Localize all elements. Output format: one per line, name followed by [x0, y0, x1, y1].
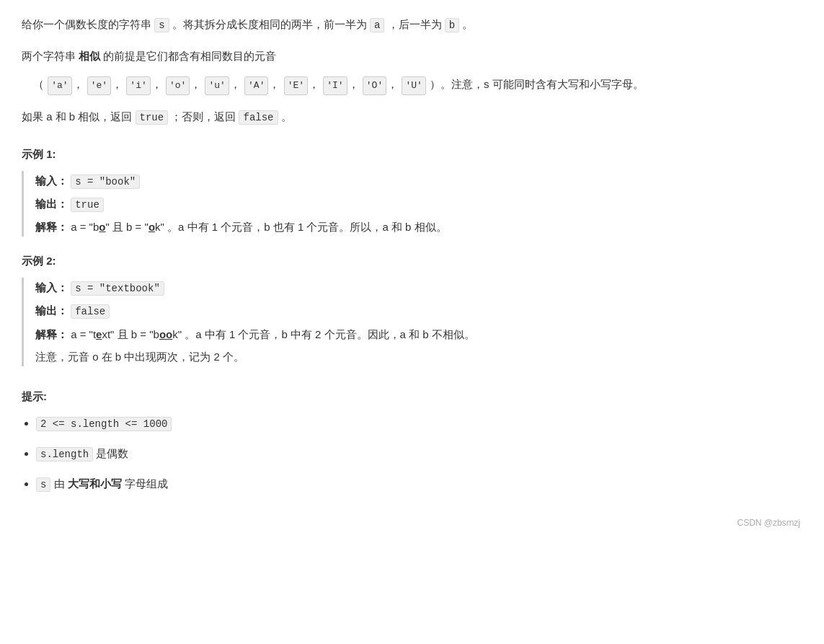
- example1-output: 输出： true: [35, 194, 800, 214]
- desc1-text1: 给你一个偶数长度的字符串: [22, 18, 151, 30]
- example1-input-val: s = "book": [71, 175, 140, 189]
- example2-vowel-oo: oo: [159, 328, 172, 340]
- vowel-O: 'O': [363, 76, 386, 94]
- example2-output: 输出： false: [35, 301, 800, 321]
- example1-explain: 解释： a = "bo" 且 b = "ok" 。a 中有 1 个元音，b 也有…: [35, 217, 800, 237]
- hint-item-3: s 由 大写和小写 字母组成: [36, 474, 800, 494]
- example1-output-val: true: [71, 198, 104, 212]
- example2-title: 示例 2:: [22, 251, 800, 270]
- example2-input-val: s = "textbook": [71, 281, 164, 296]
- footer-text: CSDN @zbsrnzj: [737, 518, 800, 528]
- example2-input: 输入： s = "textbook": [35, 278, 800, 298]
- example1-explain-label: 解释：: [35, 221, 68, 233]
- desc1-text4: 。: [462, 18, 473, 30]
- example2-block: 输入： s = "textbook" 输出： false 解释： a = "te…: [22, 278, 800, 366]
- semicolon-text: ；否则，返回: [171, 110, 236, 123]
- example1-output-label: 输出：: [35, 198, 68, 210]
- vowel-u: 'u': [205, 76, 229, 94]
- if-text: 如果 a 和 b 相似，返回: [22, 110, 132, 123]
- hints-section: 提示: 2 <= s.length <= 1000 s.length 是偶数 s…: [22, 387, 800, 495]
- example2-vowel-e: e: [96, 328, 102, 340]
- b-var-1: b: [445, 18, 459, 32]
- a-var-1: a: [370, 18, 384, 32]
- false-val: false: [239, 110, 278, 125]
- s-var-1: s: [154, 18, 169, 32]
- vowel-I: 'I': [323, 76, 347, 94]
- example1-input-label: 输入：: [35, 175, 68, 187]
- period-text: 。: [281, 110, 292, 123]
- hint1-code: 2 <= s.length <= 1000: [36, 417, 172, 431]
- example2-explain-label: 解释：: [35, 328, 68, 340]
- example2-output-val: false: [71, 304, 110, 319]
- similar-word: 相似: [79, 50, 100, 62]
- example1-block: 输入： s = "book" 输出： true 解释： a = "bo" 且 b…: [22, 171, 800, 237]
- example2-output-label: 输出：: [35, 304, 68, 317]
- hint2-text: 是偶数: [96, 447, 128, 459]
- hint3-mid: 由: [54, 477, 65, 490]
- hint3-post: 字母组成: [125, 477, 168, 490]
- example1-vowel-o1: o: [99, 221, 105, 233]
- vowel-e: 'e': [87, 76, 111, 94]
- true-val: true: [136, 110, 169, 125]
- hint2-code: s.length: [36, 447, 93, 462]
- hint3-code: s: [36, 477, 50, 492]
- example2-explain: 解释： a = "text" 且 b = "book" 。a 中有 1 个元音，…: [35, 325, 800, 344]
- vowel-i: 'i': [126, 76, 150, 94]
- vowel-U: 'U': [402, 76, 425, 94]
- similar-definition-para: 两个字符串 相似 的前提是它们都含有相同数目的元音: [22, 46, 800, 66]
- similar-intro-1: 两个字符串: [22, 50, 76, 62]
- hint-list: 2 <= s.length <= 1000 s.length 是偶数 s 由 大…: [22, 413, 800, 495]
- example2-input-label: 输入：: [35, 281, 68, 294]
- hint-item-1: 2 <= s.length <= 1000: [36, 413, 800, 433]
- desc1-text3: ，后一半为: [388, 18, 442, 30]
- footer: CSDN @zbsrnzj: [22, 516, 800, 530]
- desc1-text2: 。将其拆分成长度相同的两半，前一半为: [172, 18, 367, 30]
- if-statement-para: 如果 a 和 b 相似，返回 true ；否则，返回 false 。: [22, 107, 800, 127]
- vowel-E: 'E': [284, 76, 308, 94]
- description-para-1: 给你一个偶数长度的字符串 s 。将其拆分成长度相同的两半，前一半为 a ，后一半…: [22, 14, 800, 35]
- hints-title: 提示:: [22, 387, 800, 406]
- hint3-bold: 大写和小写: [68, 477, 122, 490]
- example1-title: 示例 1:: [22, 144, 800, 164]
- vowel-A: 'A': [244, 76, 268, 94]
- main-content: 给你一个偶数长度的字符串 s 。将其拆分成长度相同的两半，前一半为 a ，后一半…: [22, 14, 800, 530]
- example2-note: 注意，元音 o 在 b 中出现两次，记为 2 个。: [35, 347, 800, 366]
- vowel-o: 'o': [166, 76, 190, 94]
- hint-item-2: s.length 是偶数: [36, 444, 800, 464]
- vowel-a: 'a': [48, 76, 71, 94]
- example1-input: 输入： s = "book": [35, 171, 800, 191]
- example1-vowel-o2: o: [149, 221, 155, 233]
- vowels-line: （ 'a'， 'e'， 'i'， 'o'， 'u'， 'A'， 'E'， 'I'…: [33, 74, 800, 94]
- similar-intro-2: 的前提是它们都含有相同数目的元音: [103, 50, 276, 62]
